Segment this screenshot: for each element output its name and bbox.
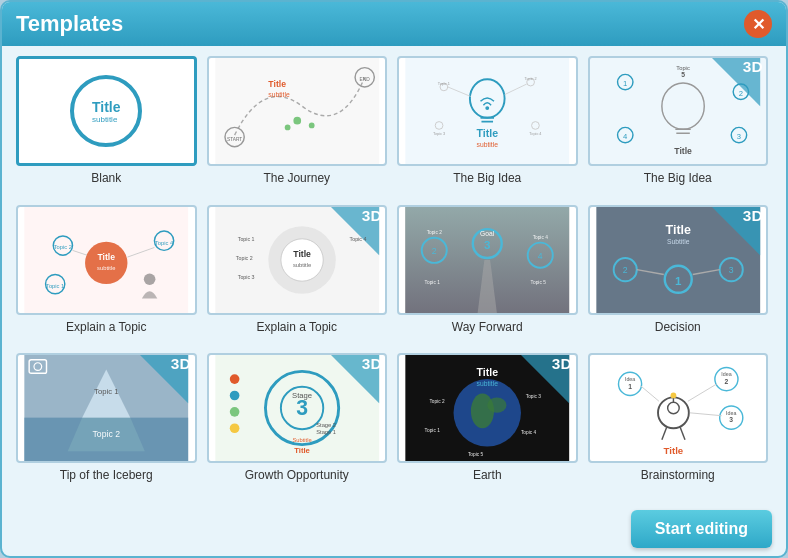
svg-point-7: [293, 117, 301, 125]
svg-text:Topic 3: Topic 3: [237, 274, 254, 280]
svg-text:Title: Title: [97, 252, 115, 262]
svg-point-124: [487, 398, 506, 413]
svg-text:3D: 3D: [552, 356, 572, 373]
template-item-earth[interactable]: Title subtitle Topic 2 Topic 3 Topic 1 T…: [397, 353, 578, 492]
svg-text:Topic 3: Topic 3: [526, 395, 542, 400]
template-label-blank: Blank: [91, 171, 121, 185]
svg-text:3: 3: [296, 396, 308, 419]
svg-text:3D: 3D: [742, 207, 762, 224]
template-thumb-growth[interactable]: Stage 3 Stage 2 Stage 1 Title Subtitle: [207, 353, 388, 463]
svg-point-60: [280, 238, 322, 280]
svg-text:Topic 1: Topic 1: [438, 82, 450, 86]
template-label-decision: Decision: [655, 320, 701, 334]
template-item-blank[interactable]: Title subtitle Blank: [16, 56, 197, 195]
template-label-brainstorm: Brainstorming: [641, 468, 715, 482]
template-label-wayforward: Way Forward: [452, 320, 523, 334]
template-thumb-wayforward[interactable]: 2 3 4 Goal Topic 2 Topic 4 Topic 1 Topic…: [397, 205, 578, 315]
svg-rect-10: [405, 58, 569, 164]
svg-text:Topic 2: Topic 2: [54, 244, 72, 250]
start-editing-button[interactable]: Start editing: [631, 510, 772, 548]
svg-text:subtitle: subtitle: [477, 141, 499, 148]
svg-text:3D: 3D: [361, 356, 381, 373]
svg-text:3D: 3D: [361, 207, 381, 224]
template-thumb-iceberg[interactable]: Topic 1 Topic 2 3D: [16, 353, 197, 463]
template-item-explaintopic1[interactable]: Title subtitle Topic 2 Topic 4 Topic 1: [16, 205, 197, 344]
template-item-explaintopic2[interactable]: Title subtitle Topic 1 Topic 2 Topic 3 T…: [207, 205, 388, 344]
svg-text:Topic 1: Topic 1: [425, 280, 441, 285]
dialog-body: Title subtitle Blank: [2, 46, 786, 502]
template-label-explaintopic1: Explain a Topic: [66, 320, 147, 334]
svg-text:3: 3: [728, 265, 733, 275]
template-item-bigidea[interactable]: Topic 1 Topic 2 Topic 3 Topic 4 Title su…: [397, 56, 578, 195]
template-item-growth[interactable]: Stage 3 Stage 2 Stage 1 Title Subtitle: [207, 353, 388, 492]
svg-text:Topic 4: Topic 4: [155, 239, 174, 245]
template-label-iceberg: Tip of the Iceberg: [60, 468, 153, 482]
svg-point-146: [670, 393, 676, 399]
template-thumb-brainstorm[interactable]: Idea 1 Idea 2 Idea 3: [588, 353, 769, 463]
svg-text:2: 2: [738, 89, 742, 98]
svg-text:3D: 3D: [742, 58, 762, 75]
svg-text:Title: Title: [674, 146, 692, 156]
svg-text:Stage 1: Stage 1: [316, 429, 336, 435]
svg-text:2: 2: [432, 246, 437, 256]
svg-text:END: END: [359, 77, 370, 82]
svg-text:Topic 5: Topic 5: [468, 453, 484, 458]
template-thumb-bigidea3d[interactable]: 1 2 3 4 Topic 5 Title 3D: [588, 56, 769, 166]
svg-text:3: 3: [729, 417, 733, 424]
svg-text:Topic 1: Topic 1: [46, 283, 64, 289]
svg-text:subtitle: subtitle: [97, 264, 115, 270]
svg-text:4: 4: [538, 251, 543, 261]
svg-text:5: 5: [681, 71, 685, 78]
svg-text:Topic 1: Topic 1: [237, 235, 254, 241]
svg-point-54: [144, 273, 156, 285]
template-label-growth: Growth Opportunity: [245, 468, 349, 482]
svg-text:Subtitle: Subtitle: [292, 437, 311, 443]
svg-text:Subtitle: Subtitle: [667, 237, 690, 244]
template-item-decision[interactable]: Title Subtitle 2 1 3 3D: [588, 205, 769, 344]
svg-point-113: [229, 375, 239, 385]
template-label-bigidea: The Big Idea: [453, 171, 521, 185]
svg-text:subtitle: subtitle: [292, 261, 310, 267]
template-label-earth: Earth: [473, 468, 502, 482]
svg-text:START: START: [226, 137, 241, 142]
svg-text:Topic 2: Topic 2: [427, 230, 443, 235]
template-thumb-earth[interactable]: Title subtitle Topic 2 Topic 3 Topic 1 T…: [397, 353, 578, 463]
template-thumb-bigidea[interactable]: Topic 1 Topic 2 Topic 3 Topic 4 Title su…: [397, 56, 578, 166]
svg-point-45: [85, 241, 127, 283]
svg-text:subtitle: subtitle: [268, 91, 290, 98]
svg-text:2: 2: [724, 378, 728, 385]
svg-text:Topic 2: Topic 2: [93, 429, 121, 439]
svg-text:Topic 1: Topic 1: [425, 428, 441, 433]
template-thumb-journey[interactable]: START END Title subtitle: [207, 56, 388, 166]
template-label-bigidea3d: The Big Idea: [644, 171, 712, 185]
svg-text:1: 1: [675, 275, 682, 287]
svg-point-115: [229, 407, 239, 417]
dialog-title: Templates: [16, 11, 123, 37]
svg-text:Topic: Topic: [676, 65, 690, 71]
templates-grid: Title subtitle Blank: [16, 56, 772, 492]
svg-text:Title: Title: [476, 127, 498, 139]
template-item-wayforward[interactable]: 2 3 4 Goal Topic 2 Topic 4 Topic 1 Topic…: [397, 205, 578, 344]
svg-text:Topic 4: Topic 4: [529, 132, 542, 136]
svg-text:4: 4: [623, 132, 628, 141]
template-thumb-decision[interactable]: Title Subtitle 2 1 3 3D: [588, 205, 769, 315]
svg-text:1: 1: [628, 383, 632, 390]
template-thumb-explaintopic1[interactable]: Title subtitle Topic 2 Topic 4 Topic 1: [16, 205, 197, 315]
svg-text:1: 1: [623, 79, 627, 88]
close-button[interactable]: ✕: [744, 10, 772, 38]
template-item-bigidea3d[interactable]: 1 2 3 4 Topic 5 Title 3D: [588, 56, 769, 195]
svg-text:Topic 2: Topic 2: [525, 77, 537, 81]
svg-point-114: [229, 391, 239, 401]
svg-text:Idea: Idea: [721, 372, 731, 378]
template-thumb-explaintopic2[interactable]: Title subtitle Topic 1 Topic 2 Topic 3 T…: [207, 205, 388, 315]
template-thumb-blank[interactable]: Title subtitle: [16, 56, 197, 166]
template-item-brainstorm[interactable]: Idea 1 Idea 2 Idea 3: [588, 353, 769, 492]
template-item-iceberg[interactable]: Topic 1 Topic 2 3D Tip of the Iceberg: [16, 353, 197, 492]
svg-text:3: 3: [484, 239, 490, 251]
template-item-journey[interactable]: START END Title subtitle The Journey: [207, 56, 388, 195]
svg-text:Topic 3: Topic 3: [433, 132, 445, 136]
svg-text:Title: Title: [293, 249, 311, 259]
svg-text:Topic 4: Topic 4: [533, 234, 549, 239]
svg-text:Title: Title: [665, 223, 691, 237]
svg-text:Idea: Idea: [726, 410, 736, 416]
